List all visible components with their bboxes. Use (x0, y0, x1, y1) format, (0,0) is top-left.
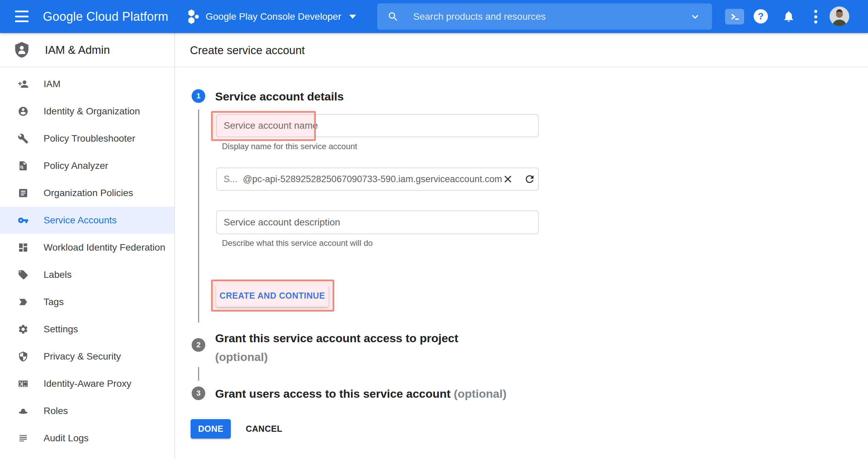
person-add-icon (16, 79, 30, 90)
gcp-logo[interactable]: Google Cloud Platform (43, 0, 168, 33)
done-button[interactable]: DONE (191, 419, 231, 439)
chevron-down-icon[interactable] (690, 11, 701, 22)
search-input[interactable] (413, 11, 690, 22)
step1-title: Service account details (215, 90, 344, 103)
dashboard-icon (16, 242, 30, 253)
step1-indicator: 1 (192, 89, 205, 103)
sidebar-item-policy-troubleshooter[interactable]: Policy Troubleshooter (0, 125, 174, 152)
kebab-menu-icon[interactable] (813, 10, 818, 23)
key-icon (16, 215, 30, 226)
stepper-connector (198, 110, 199, 322)
sidebar-header: IAM & Admin (0, 33, 174, 67)
sidebar-item-labels[interactable]: Labels (0, 261, 174, 288)
dropdown-caret-icon (349, 15, 356, 19)
label-tag-icon (16, 269, 30, 280)
sidebar-item-label: Service Accounts (44, 215, 117, 226)
hat-icon (16, 406, 30, 416)
cancel-button[interactable]: CANCEL (246, 419, 282, 439)
step3-title-text: Grant users access to this service accou… (215, 387, 451, 400)
step2-title-text: Grant this service account access to pro… (215, 332, 458, 345)
project-name: Google Play Console Developer (206, 11, 341, 22)
proxy-card-icon (16, 378, 30, 389)
sidebar-item-label: IAM (44, 79, 61, 90)
cloud-shell-icon[interactable] (725, 9, 744, 25)
help-icon[interactable]: ? (754, 9, 768, 23)
sidebar-item-privacy-security[interactable]: Privacy & Security (0, 343, 174, 370)
sidebar-item-label: Workload Identity Federation (44, 242, 165, 253)
sidebar-nav: IAM Identity & Organization Policy Troub… (0, 67, 174, 452)
sidebar-title: IAM & Admin (45, 44, 110, 57)
gcp-console-page: Google Cloud Platform Google Play Consol… (0, 0, 868, 459)
account-circle-icon (16, 106, 30, 117)
step3-optional-text: (optional) (454, 387, 507, 400)
list-lines-icon (16, 433, 30, 444)
sidebar-item-label: Identity-Aware Proxy (44, 378, 131, 389)
document-lines-icon (16, 188, 30, 199)
service-account-name-input[interactable] (216, 114, 539, 137)
clear-x-icon[interactable] (502, 173, 514, 185)
search-bar[interactable] (377, 3, 712, 30)
sidebar-item-label: Audit Logs (44, 433, 89, 444)
step2-optional-text: (optional) (215, 350, 268, 363)
sidebar-item-identity-organization[interactable]: Identity & Organization (0, 98, 174, 125)
sidebar-item-label: Organization Policies (44, 188, 133, 199)
iam-shield-icon (13, 41, 31, 60)
notifications-bell-icon[interactable] (782, 10, 795, 24)
shield-icon (16, 351, 30, 362)
sidebar-item-workload-identity-federation[interactable]: Workload Identity Federation (0, 234, 174, 261)
page-header: Create service account (175, 33, 868, 67)
sidebar-item-organization-policies[interactable]: Organization Policies (0, 179, 174, 207)
page-title: Create service account (190, 33, 305, 67)
sidebar-item-settings[interactable]: Settings (0, 316, 174, 343)
sidebar-item-roles[interactable]: Roles (0, 397, 174, 425)
sidebar-item-label: Tags (44, 297, 64, 307)
tag-arrow-icon (16, 297, 30, 307)
step3-title: Grant users access to this service accou… (215, 387, 507, 400)
document-search-icon (16, 160, 30, 171)
project-hexagons-icon (188, 9, 199, 25)
refresh-icon[interactable] (524, 173, 535, 185)
project-selector[interactable]: Google Play Console Developer (188, 0, 356, 33)
step3-indicator: 3 (192, 386, 205, 400)
service-account-description-input[interactable] (216, 210, 539, 234)
app-bar: Google Cloud Platform Google Play Consol… (0, 0, 868, 33)
sidebar-item-identity-aware-proxy[interactable]: Identity-Aware Proxy (0, 370, 174, 397)
name-helper-text: Display name for this service account (222, 142, 357, 151)
description-helper-text: Describe what this service account will … (222, 238, 373, 248)
sidebar-item-label: Policy Analyzer (44, 160, 108, 171)
sidebar-item-label: Privacy & Security (44, 351, 121, 362)
sidebar-item-label: Labels (44, 269, 72, 280)
search-icon (387, 11, 399, 22)
step2-title: Grant this service account access to pro… (215, 329, 458, 366)
sidebar-item-audit-logs[interactable]: Audit Logs (0, 425, 174, 452)
service-account-id-field[interactable]: S... @pc-api-5289252825067090733-590.iam… (216, 168, 539, 191)
sidebar-item-tags[interactable]: Tags (0, 288, 174, 316)
avatar[interactable] (830, 6, 849, 26)
step2-indicator: 2 (192, 338, 205, 352)
sidebar-item-label: Policy Troubleshooter (44, 133, 135, 144)
id-prefix: S... (224, 174, 238, 185)
menu-icon[interactable] (15, 11, 29, 22)
gear-icon (16, 324, 30, 335)
id-domain-text: @pc-api-5289252825067090733-590.iam.gser… (243, 174, 502, 185)
sidebar-item-label: Settings (44, 324, 78, 335)
sidebar-item-service-accounts[interactable]: Service Accounts (0, 207, 174, 234)
stepper-connector (198, 367, 199, 381)
wrench-icon (16, 133, 30, 144)
sidebar-item-policy-analyzer[interactable]: Policy Analyzer (0, 152, 174, 179)
sidebar: IAM & Admin IAM Identity & Organization … (0, 33, 175, 459)
sidebar-item-label: Identity & Organization (44, 106, 140, 117)
create-and-continue-button[interactable]: CREATE AND CONTINUE (216, 284, 328, 307)
sidebar-item-label: Roles (44, 406, 68, 416)
sidebar-item-iam[interactable]: IAM (0, 70, 174, 98)
